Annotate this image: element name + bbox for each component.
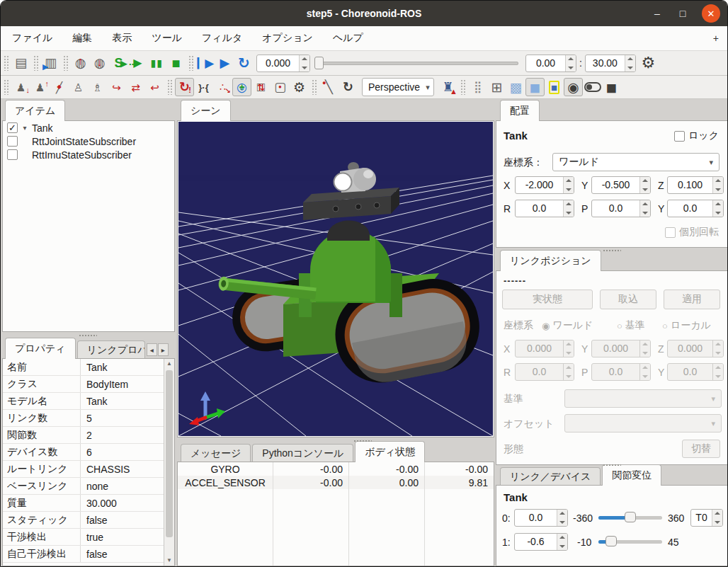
menu-options[interactable]: オプション: [262, 32, 313, 45]
roll-spinbox[interactable]: 0.0: [515, 200, 574, 217]
lock-checkbox[interactable]: ロック: [674, 130, 719, 142]
time-range-end-spinbox[interactable]: 30.00: [585, 55, 636, 72]
timebar-config-button[interactable]: ⚙: [639, 54, 658, 72]
point-rendering-button[interactable]: ⣿: [468, 78, 487, 96]
spin-up-button[interactable]: [640, 177, 650, 185]
view-rotate-button[interactable]: ↻: [339, 78, 358, 96]
spin-down-button[interactable]: [564, 349, 574, 357]
simulation-start-button[interactable]: S▶: [109, 54, 128, 72]
save-button[interactable]: ▤: [11, 54, 30, 72]
simulation-pause-button[interactable]: ▮▮: [147, 54, 166, 72]
item-label[interactable]: RttJointStateSubscriber: [32, 136, 136, 147]
yaw-spinbox[interactable]: 0.0: [667, 200, 724, 217]
tree-item-tank[interactable]: ✓ ▾ Tank: [3, 121, 174, 134]
switch-configuration-button[interactable]: 切替: [682, 440, 720, 458]
spin-down-button[interactable]: [564, 209, 574, 217]
menu-overflow-button[interactable]: +: [713, 33, 719, 44]
spin-up-button[interactable]: [566, 55, 576, 64]
spin-down-button[interactable]: [640, 209, 650, 217]
toolbar-grip[interactable]: [460, 79, 465, 95]
scroll-down-icon[interactable]: ▼: [164, 556, 174, 566]
tab-placement[interactable]: 配置: [500, 100, 540, 121]
reload-item-button[interactable]: ▥▶: [41, 54, 60, 72]
maximize-button[interactable]: □: [676, 8, 689, 19]
menu-edit[interactable]: 編集: [72, 32, 92, 45]
radio-local[interactable]: ○ローカル: [662, 319, 711, 332]
wireframe-mode-button[interactable]: ⊞: [487, 78, 506, 96]
tab-body-state[interactable]: ボディ状態: [355, 441, 425, 462]
pitch-spinbox[interactable]: 0.0: [591, 363, 651, 381]
spin-down-button[interactable]: [713, 349, 723, 357]
origin-marker-button[interactable]: ╱◆: [50, 78, 69, 96]
property-row[interactable]: 干渉検出true: [3, 529, 164, 546]
spin-up-button[interactable]: [625, 55, 635, 64]
simulation-stop-button[interactable]: ■: [166, 54, 186, 72]
pitch-spinbox[interactable]: 0.0: [591, 200, 651, 217]
spin-up-button[interactable]: [300, 55, 309, 64]
property-row[interactable]: ルートリンクCHASSIS: [3, 461, 164, 478]
spin-up-button[interactable]: [564, 340, 574, 349]
spin-up-button[interactable]: [713, 200, 723, 209]
solid-mode-button[interactable]: ◼: [525, 78, 545, 96]
actual-state-button[interactable]: 実状態: [502, 290, 593, 309]
joint-0-spinbox[interactable]: 0.0: [514, 509, 568, 527]
restore-body-pose-button[interactable]: ♟↑: [30, 78, 50, 96]
x-position-spinbox[interactable]: -2.000: [515, 176, 574, 194]
spin-down-button[interactable]: [557, 518, 567, 527]
collision-visualization-button[interactable]: ▢●: [271, 78, 290, 96]
splitter-handle[interactable]: [603, 464, 621, 466]
yaw-spinbox[interactable]: 0.0: [667, 363, 724, 381]
spin-up-button[interactable]: [640, 200, 650, 209]
tab-python-console[interactable]: Pythonコンソール: [252, 444, 353, 462]
menu-tools[interactable]: ツール: [152, 32, 182, 45]
kinematics-mode-button[interactable]: ↻!: [175, 78, 194, 96]
menu-file[interactable]: ファイル: [12, 32, 52, 45]
joint-0-slider[interactable]: [598, 510, 662, 525]
property-row[interactable]: デバイス数6: [3, 444, 164, 461]
property-row[interactable]: ベースリンクnone: [3, 478, 164, 495]
spin-down-button[interactable]: [566, 63, 576, 71]
z-position-spinbox[interactable]: 0.000: [667, 340, 724, 357]
joint-1-slider[interactable]: [598, 534, 662, 549]
menu-help[interactable]: ヘルプ: [333, 32, 363, 45]
property-row[interactable]: モデル名Tank: [3, 393, 164, 410]
spin-down-button[interactable]: [713, 185, 723, 194]
spin-down-button[interactable]: [300, 63, 309, 71]
time-sync-button[interactable]: ↻: [234, 54, 254, 72]
item-checkbox[interactable]: [7, 149, 18, 160]
scene-viewport[interactable]: [178, 122, 493, 436]
body-state-row[interactable]: GYRO -0.00 -0.00 -0.00: [178, 462, 494, 476]
property-row[interactable]: 自己干渉検出false: [3, 546, 164, 563]
simulation-resume-button[interactable]: ▶‥: [128, 54, 147, 72]
minimize-button[interactable]: –: [651, 8, 664, 19]
y-position-spinbox[interactable]: -0.500: [591, 176, 651, 194]
item-checkbox[interactable]: ✓: [7, 122, 18, 133]
spin-up-button[interactable]: [557, 510, 567, 518]
spin-down-button[interactable]: [713, 209, 723, 217]
tab-scene[interactable]: シーン: [181, 100, 231, 121]
joint-1-spinbox[interactable]: -0.6: [514, 533, 568, 551]
splitter-handle[interactable]: [353, 440, 372, 442]
body-collision-warning-button[interactable]: ♜▲: [438, 78, 457, 96]
playback-play-button[interactable]: ▶: [215, 54, 234, 72]
property-row[interactable]: リンク数5: [3, 410, 164, 427]
tab-link-position[interactable]: リンクポジション: [500, 250, 601, 271]
property-row[interactable]: 名前Tank: [3, 359, 164, 376]
symmetric-flip-button[interactable]: ⇄: [126, 78, 145, 96]
scrollbar-thumb[interactable]: [166, 370, 173, 537]
visibility-button[interactable]: ◉: [564, 78, 583, 96]
apply-button[interactable]: 適用: [664, 290, 720, 309]
toolbar-grip[interactable]: [33, 55, 38, 71]
scroll-up-icon[interactable]: ▲: [164, 359, 174, 369]
symmetric-copy-right-button[interactable]: ↪: [107, 78, 126, 96]
spin-up-button[interactable]: [564, 177, 574, 185]
time-slider-handle[interactable]: [314, 57, 324, 69]
projection-select[interactable]: Perspective ▾: [362, 78, 434, 96]
store-world-button[interactable]: ◍↑: [71, 54, 90, 72]
tab-message[interactable]: メッセージ: [181, 444, 251, 462]
spin-up-button[interactable]: [557, 534, 567, 542]
checkbox-box[interactable]: [674, 131, 685, 142]
current-time-spinbox[interactable]: 0.000: [256, 55, 310, 72]
radio-world[interactable]: ◉ワールド: [542, 319, 593, 332]
tab-scroll-left-button[interactable]: ◂: [147, 343, 157, 356]
